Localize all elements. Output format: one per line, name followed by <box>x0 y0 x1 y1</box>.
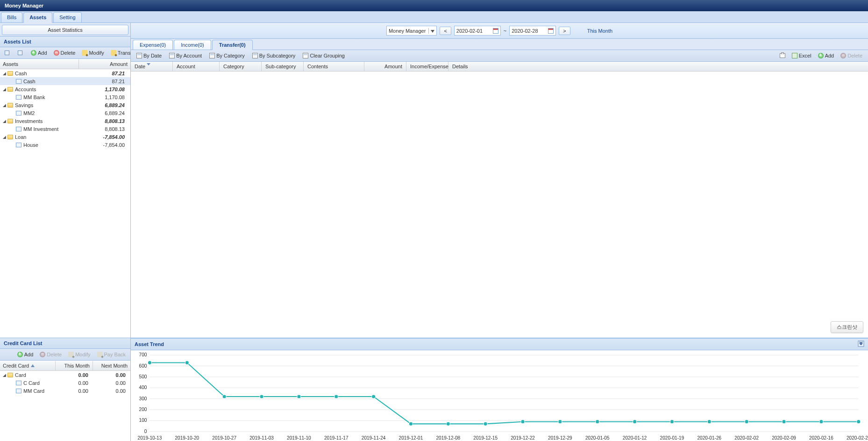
col-assets[interactable]: Assets <box>0 59 79 69</box>
expand-icon[interactable]: ◢ <box>3 87 7 92</box>
tab-assets[interactable]: Assets <box>23 12 52 23</box>
assets-add-button[interactable]: Add <box>28 49 50 57</box>
svg-point-33 <box>446 422 450 426</box>
svg-point-19 <box>185 361 189 364</box>
subtab-expense[interactable]: Expense(0) <box>133 40 173 50</box>
svg-text:700: 700 <box>139 352 147 357</box>
group-icon <box>136 53 142 58</box>
asset-name: House <box>23 142 38 148</box>
assets-grid-header: Assets Amount <box>0 59 130 69</box>
asset-item-row[interactable]: MM Investment8,808.13 <box>0 125 130 133</box>
asset-group-row[interactable]: ◢Accounts1,170.08 <box>0 85 130 93</box>
grid-add-button[interactable]: Add <box>815 51 837 60</box>
this-month-link[interactable]: This Month <box>587 28 612 34</box>
gc-subcategory[interactable]: Sub-category <box>262 62 304 71</box>
gc-amount[interactable]: Amount <box>364 62 406 71</box>
gc-category[interactable]: Category <box>220 62 262 71</box>
asset-group-row[interactable]: ◢Cash87.21 <box>0 69 130 77</box>
clear-icon <box>303 53 308 58</box>
expand-icon[interactable]: ◢ <box>3 135 7 139</box>
chart-collapse-button[interactable] <box>858 340 864 348</box>
assets-delete-button[interactable]: Delete <box>51 49 78 57</box>
credit-toolbar: Add Delete Modify Pay Back <box>0 349 130 361</box>
assets-toolbar: Add Delete Modify Transfer <box>0 47 130 59</box>
gc-income-expense[interactable]: Income/Expense <box>406 62 448 71</box>
expand-icon[interactable]: ◢ <box>3 71 7 76</box>
assets-modify-button[interactable]: Modify <box>79 49 107 57</box>
gc-date[interactable]: Date <box>131 62 173 71</box>
prev-period-button[interactable]: < <box>440 27 451 35</box>
asset-statistics-button[interactable]: Asset Statistics <box>2 25 128 35</box>
add-icon <box>31 50 36 56</box>
gc-account[interactable]: Account <box>173 62 220 71</box>
group-by-account-button[interactable]: By Account <box>166 51 205 60</box>
date-from-input[interactable]: 2020-02-01 <box>454 26 501 36</box>
cc-col-card[interactable]: Credit Card <box>0 361 56 370</box>
col-amount[interactable]: Amount <box>79 59 130 69</box>
svg-point-43 <box>633 420 637 424</box>
book-selector[interactable]: Money Manager <box>386 26 437 36</box>
collapse-all-button[interactable] <box>15 49 26 57</box>
app-titlebar: Money Manager <box>0 0 868 11</box>
print-button[interactable] <box>777 52 788 59</box>
cc-delete-button[interactable]: Delete <box>37 350 64 359</box>
cc-modify-button[interactable]: Modify <box>65 350 93 359</box>
svg-text:600: 600 <box>139 363 147 369</box>
item-icon <box>16 143 21 147</box>
next-period-button[interactable]: > <box>559 27 570 35</box>
folder-icon <box>7 373 13 377</box>
tab-setting[interactable]: Setting <box>53 12 81 22</box>
grid-area: Date Account Category Sub-category Conte… <box>131 62 868 338</box>
group-by-subcategory-button[interactable]: By Subcategory <box>249 51 299 60</box>
excel-icon <box>792 53 797 58</box>
svg-text:2019-12-15: 2019-12-15 <box>473 435 498 441</box>
cc-item-row[interactable]: MM Card0.000.00 <box>0 387 130 395</box>
expand-all-button[interactable] <box>2 49 13 57</box>
tab-bills[interactable]: Bills <box>1 12 22 22</box>
cc-payback-button[interactable]: Pay Back <box>94 350 128 359</box>
gc-contents[interactable]: Contents <box>304 62 364 71</box>
main-tabstrip: Bills Assets Setting <box>0 11 868 23</box>
svg-point-37 <box>521 420 525 424</box>
asset-item-row[interactable]: House-7,854.00 <box>0 141 130 149</box>
expand-icon[interactable]: ◢ <box>3 103 7 108</box>
cc-add-button[interactable]: Add <box>14 350 36 359</box>
grid-delete-button[interactable]: Delete <box>838 51 865 60</box>
asset-item-row[interactable]: Cash87.21 <box>0 77 130 85</box>
asset-item-row[interactable]: MM Bank1,170.08 <box>0 93 130 101</box>
asset-item-row[interactable]: MM26,889.24 <box>0 109 130 117</box>
folder-icon <box>7 87 13 92</box>
assets-list-header: Assets List <box>0 36 130 47</box>
svg-text:2019-12-01: 2019-12-01 <box>399 435 423 441</box>
calendar-icon[interactable] <box>493 28 498 34</box>
group-by-date-button[interactable]: By Date <box>134 51 164 60</box>
cc-item-row[interactable]: C Card0.000.00 <box>0 379 130 387</box>
date-to-input[interactable]: 2020-02-28 <box>509 26 556 36</box>
svg-text:2019-10-13: 2019-10-13 <box>138 435 162 441</box>
subtab-income[interactable]: Income(0) <box>174 40 211 50</box>
calendar-icon[interactable] <box>548 28 554 34</box>
date-tilde: ~ <box>504 28 506 34</box>
clear-grouping-button[interactable]: Clear Grouping <box>300 51 348 60</box>
cc-col-this-month[interactable]: This Month <box>56 361 93 370</box>
sub-tabstrip: Expense(0) Income(0) Transfer(0) <box>131 39 868 50</box>
expand-icon[interactable]: ◢ <box>3 119 7 123</box>
gc-details[interactable]: Details <box>448 62 868 71</box>
asset-group-row[interactable]: ◢Savings6,889.24 <box>0 101 130 109</box>
expand-icon[interactable]: ◢ <box>3 373 7 377</box>
item-icon <box>16 127 21 131</box>
asset-group-row[interactable]: ◢Investments8,808.13 <box>0 117 130 125</box>
svg-text:2019-11-10: 2019-11-10 <box>287 435 311 441</box>
svg-point-41 <box>596 420 599 424</box>
subtab-transfer[interactable]: Transfer(0) <box>212 40 253 50</box>
cc-col-next-month[interactable]: Next Month <box>93 361 130 370</box>
cc-group-row[interactable]: ◢Card0.000.00 <box>0 371 130 379</box>
asset-name: MM Investment <box>23 126 58 132</box>
asset-group-row[interactable]: ◢Loan-7,854.00 <box>0 133 130 141</box>
asset-amount: -7,854.00 <box>81 134 128 140</box>
asset-name: Cash <box>15 71 27 76</box>
group-by-category-button[interactable]: By Category <box>206 51 248 60</box>
excel-button[interactable]: Excel <box>789 51 814 60</box>
cc-next-month: 0.00 <box>90 372 128 378</box>
screenshot-badge[interactable]: 스크린샷 <box>831 321 863 333</box>
